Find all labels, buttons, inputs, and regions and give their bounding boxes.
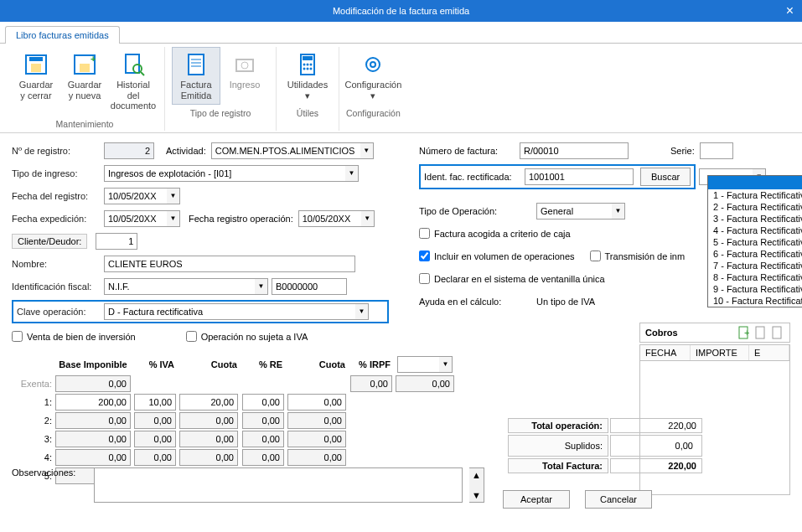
nombre-field[interactable] — [104, 256, 355, 272]
tipo-ingreso-field[interactable] — [104, 165, 345, 182]
svg-point-21 — [307, 68, 309, 70]
svg-rect-28 — [773, 327, 781, 338]
configuracion-button[interactable]: Configuración▾ — [349, 47, 397, 105]
rectificativa-dropdown[interactable]: 1 - Factura Rectificativa (E 2 - Factura… — [707, 175, 802, 307]
invoice-icon — [183, 51, 210, 78]
chevron-down-icon[interactable]: ▼ — [167, 210, 180, 227]
chevron-down-icon[interactable]: ▼ — [439, 356, 453, 373]
cancelar-button[interactable]: Cancelar — [585, 490, 652, 509]
chk-op-no-sujeta[interactable]: Operación no sujeta a IVA — [186, 331, 308, 342]
obs-label: Observaciones: — [12, 467, 87, 478]
list-item[interactable]: 5 - Factura Rectificativa e — [708, 236, 802, 248]
fecha-reg-op-field[interactable] — [298, 210, 361, 227]
list-item[interactable]: 10 - Factura Rectificativa — [708, 295, 802, 307]
nfactura-label: Número de factura: — [419, 146, 520, 156]
r1-piva[interactable] — [134, 394, 176, 411]
list-item[interactable]: 8 - Factura Rectificativa P — [708, 271, 802, 283]
clave-operacion-field[interactable] — [104, 303, 355, 320]
r1-cuota[interactable] — [179, 394, 238, 411]
svg-point-7 — [133, 65, 142, 73]
idfiscal-type-field[interactable] — [104, 278, 255, 295]
col-piva: % IVA — [132, 354, 178, 374]
aceptar-button[interactable]: Aceptar — [503, 490, 570, 509]
chevron-down-icon[interactable]: ▼ — [360, 142, 374, 159]
chevron-down-icon[interactable]: ▼ — [355, 303, 369, 320]
chk-venta-bien[interactable]: Venta de bien de inversión — [12, 331, 136, 342]
r1-base[interactable] — [55, 394, 131, 411]
idfiscal-value-field[interactable] — [272, 278, 347, 295]
svg-point-22 — [310, 68, 313, 70]
del-doc-icon[interactable] — [771, 326, 784, 339]
close-icon[interactable]: × — [786, 3, 794, 18]
fecha-registro-field[interactable] — [104, 188, 167, 204]
chevron-down-icon[interactable]: ▼ — [255, 278, 268, 295]
svg-point-20 — [303, 68, 306, 70]
list-item[interactable]: 1 - Factura Rectificativa (E — [708, 189, 802, 201]
nfactura-field[interactable] — [520, 142, 629, 159]
col-e: E — [749, 345, 789, 360]
nregistro-field[interactable] — [104, 142, 154, 159]
suplidos-label: Suplidos: — [508, 435, 608, 457]
svg-rect-6 — [126, 54, 139, 73]
scrollbar[interactable]: ▲▼ — [469, 467, 484, 503]
save-icon — [23, 51, 49, 78]
chk-fact-caja[interactable]: Factura acogida a criterio de caja — [419, 228, 571, 239]
save-new-button[interactable]: + Guardary nueva — [60, 47, 109, 116]
fecha-exped-label: Fecha expedición: — [12, 214, 104, 224]
chevron-down-icon[interactable]: ▼ — [361, 210, 375, 227]
fecha-exped-field[interactable] — [104, 210, 167, 227]
history-button[interactable]: Historial deldocumento — [109, 47, 158, 116]
ident-rect-label: Ident. fac. rectificada: — [424, 172, 518, 182]
add-doc-icon[interactable]: + — [737, 326, 751, 339]
serie-field[interactable] — [700, 142, 733, 159]
svg-rect-13 — [236, 59, 253, 71]
list-item[interactable]: 4 - Factura Rectificativa (F — [708, 225, 802, 236]
col-pirpf: % IRPF — [349, 354, 394, 374]
chk-trans-inm[interactable]: Transmisión de inm — [590, 251, 686, 261]
exenta-irpf[interactable] — [396, 375, 454, 392]
col-pre: % RE — [241, 354, 286, 374]
r1-cuota2[interactable] — [287, 394, 346, 411]
fecha-reg-op-label: Fecha registro operación: — [189, 214, 293, 224]
list-item[interactable]: 6 - Factura Rectificativa P — [708, 248, 802, 260]
chevron-down-icon[interactable]: ▼ — [345, 165, 359, 182]
group-label-config: Configuración — [346, 106, 401, 120]
group-label-mantenimiento: Mantenimiento — [12, 117, 158, 131]
col-cuota2: Cuota — [286, 354, 349, 374]
chk-incluir-vol[interactable]: Incluir en volumen de operaciones — [419, 251, 575, 261]
gear-icon — [360, 51, 386, 78]
save-close-button[interactable]: Guardary cerrar — [12, 47, 60, 116]
obs-textarea[interactable] — [94, 467, 463, 503]
calculator-icon — [294, 51, 321, 78]
list-item[interactable]: 2 - Factura Rectificativa (A — [708, 201, 802, 213]
nombre-label: Nombre: — [12, 259, 104, 269]
svg-point-18 — [307, 64, 309, 66]
ingreso-button[interactable]: Ingreso — [220, 47, 269, 105]
chevron-down-icon[interactable]: ▼ — [612, 203, 625, 220]
buscar-button[interactable]: Buscar — [640, 168, 691, 186]
list-item[interactable]: 7 - Factura Rectificativa P — [708, 260, 802, 271]
actividad-field[interactable] — [211, 142, 360, 159]
svg-rect-16 — [303, 56, 313, 60]
factura-emitida-button[interactable]: FacturaEmitida — [172, 47, 220, 105]
edit-doc-icon[interactable] — [754, 326, 768, 339]
ident-rect-field[interactable] — [525, 168, 634, 185]
r1-pre[interactable] — [242, 394, 284, 411]
tab-libro-facturas[interactable]: Libro facturas emitidas — [5, 26, 120, 44]
cliente-label[interactable]: Cliente/Deudor: — [12, 234, 87, 249]
col-importe: IMPORTE — [691, 345, 749, 360]
actividad-label: Actividad: — [166, 146, 206, 156]
tipo-op-field[interactable] — [536, 203, 612, 220]
utilidades-button[interactable]: Utilidades▾ — [283, 47, 332, 105]
irpf-type-field[interactable] — [397, 356, 439, 373]
list-item[interactable]: 9 - Factura Rectificativa P — [708, 283, 802, 295]
exenta-irpf-pct[interactable] — [350, 375, 392, 392]
exenta-base[interactable] — [55, 375, 131, 392]
chevron-down-icon[interactable]: ▼ — [167, 188, 180, 204]
svg-text:+: + — [91, 54, 96, 64]
svg-rect-2 — [31, 64, 41, 72]
cobros-table[interactable]: FECHA IMPORTE E — [639, 344, 790, 495]
chk-decl-vent[interactable]: Declarar en el sistema de ventanilla úni… — [419, 273, 605, 284]
list-item[interactable]: 3 - Factura Rectificativa (A — [708, 213, 802, 225]
cliente-field[interactable] — [96, 233, 137, 250]
